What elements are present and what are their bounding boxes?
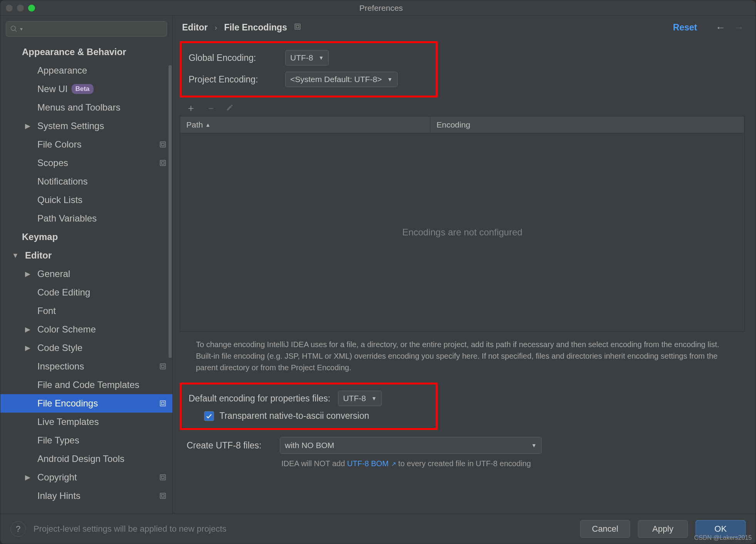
chevron-right-icon: ▶ <box>24 325 31 334</box>
search-icon <box>10 25 18 33</box>
sidebar-item-appearance[interactable]: Appearance <box>0 61 172 80</box>
svg-rect-7 <box>162 365 164 368</box>
sidebar-item-label: Appearance <box>37 65 87 76</box>
sidebar-item-general[interactable]: ▶General <box>0 265 172 283</box>
transparent-ascii-label: Transparent native-to-ascii conversion <box>219 411 369 421</box>
sidebar-item-new-ui[interactable]: New UIBeta <box>0 80 172 98</box>
remove-button[interactable]: － <box>206 101 216 115</box>
nav-back-icon[interactable]: ← <box>716 22 726 34</box>
project-encoding-value: <System Default: UTF-8> <box>290 75 382 84</box>
sidebar-item-quick-lists[interactable]: Quick Lists <box>0 191 172 209</box>
search-input[interactable]: ▾ <box>6 21 167 37</box>
svg-rect-13 <box>162 495 164 497</box>
cancel-button[interactable]: Cancel <box>580 520 630 538</box>
chevron-right-icon: ▶ <box>24 270 31 278</box>
col-encoding[interactable]: Encoding <box>430 116 744 133</box>
sidebar-item-label: Color Scheme <box>37 324 96 335</box>
create-utf8-combo[interactable]: with NO BOM ▼ <box>280 437 542 454</box>
properties-encoding-combo[interactable]: UTF-8 ▼ <box>338 391 381 406</box>
sidebar-item-label: Path Variables <box>37 213 97 224</box>
chevron-down-icon: ▼ <box>387 76 393 82</box>
sidebar: ▾ Appearance & BehaviorAppearanceNew UIB… <box>0 16 173 514</box>
svg-rect-5 <box>162 162 164 165</box>
breadcrumb: Editor › File Encodings Reset ← → <box>173 16 756 39</box>
apply-button[interactable]: Apply <box>638 520 688 538</box>
sidebar-item-label: Code Style <box>37 343 82 353</box>
sidebar-item-code-style[interactable]: ▶Code Style <box>0 339 172 357</box>
chevron-right-icon: ▶ <box>24 344 31 352</box>
create-utf8-label: Create UTF-8 files: <box>187 440 274 451</box>
footer-note: Project-level settings will be applied t… <box>33 524 226 534</box>
sidebar-item-label: Copyright <box>37 472 77 483</box>
col-path[interactable]: Path ▲ <box>180 116 430 133</box>
add-button[interactable]: ＋ <box>186 101 196 115</box>
project-scope-icon <box>159 363 166 370</box>
global-encoding-combo[interactable]: UTF-8 ▼ <box>285 50 329 65</box>
project-encoding-combo[interactable]: <System Default: UTF-8> ▼ <box>285 72 398 87</box>
svg-line-1 <box>15 30 17 32</box>
scrollbar-thumb[interactable] <box>169 65 172 358</box>
project-scope-icon <box>159 474 166 481</box>
preferences-window: Preferences ▾ Appearance & BehaviorAppea… <box>0 0 756 544</box>
svg-rect-12 <box>160 493 166 499</box>
sidebar-item-label: Notifications <box>37 176 88 187</box>
sidebar-item-file-encodings[interactable]: File Encodings <box>0 394 172 413</box>
encoding-settings-highlight: Global Encoding: UTF-8 ▼ Project Encodin… <box>180 41 438 97</box>
table-empty-text: Encodings are not configured <box>402 227 522 238</box>
help-button[interactable]: ? <box>10 521 26 537</box>
sidebar-item-menus-and-toolbars[interactable]: Menus and Toolbars <box>0 98 172 117</box>
sidebar-item-system-settings[interactable]: ▶System Settings <box>0 117 172 135</box>
sidebar-item-appearance-behavior[interactable]: Appearance & Behavior <box>0 43 172 61</box>
sidebar-item-editor[interactable]: ▼Editor <box>0 246 172 265</box>
sidebar-item-label: New UI <box>37 84 68 94</box>
project-scope-icon <box>159 492 166 499</box>
sidebar-item-copyright[interactable]: ▶Copyright <box>0 468 172 487</box>
breadcrumb-root[interactable]: Editor <box>182 22 207 33</box>
sidebar-item-path-variables[interactable]: Path Variables <box>0 209 172 228</box>
sidebar-item-label: File Colors <box>37 139 82 150</box>
project-encoding-label: Project Encoding: <box>189 74 275 85</box>
sidebar-item-scopes[interactable]: Scopes <box>0 154 172 172</box>
breadcrumb-leaf: File Encodings <box>224 22 287 33</box>
reset-button[interactable]: Reset <box>673 22 697 33</box>
sidebar-item-label: Quick Lists <box>37 195 82 205</box>
external-link-icon: ↗ <box>390 461 396 467</box>
settings-tree[interactable]: Appearance & BehaviorAppearanceNew UIBet… <box>0 40 172 514</box>
sidebar-item-font[interactable]: Font <box>0 302 172 320</box>
sidebar-item-code-editing[interactable]: Code Editing <box>0 283 172 302</box>
sidebar-item-label: File Types <box>37 435 79 446</box>
project-scope-icon <box>294 23 301 32</box>
bom-help-text: IDEA will NOT add UTF-8 BOM ↗ to every c… <box>180 454 542 469</box>
sidebar-item-inlay-hints[interactable]: Inlay Hints <box>0 487 172 505</box>
sidebar-item-file-types[interactable]: File Types <box>0 431 172 450</box>
global-encoding-value: UTF-8 <box>290 53 313 62</box>
utf8-bom-link[interactable]: UTF-8 BOM ↗ <box>347 459 396 468</box>
sidebar-item-label: Menus and Toolbars <box>37 102 120 113</box>
dialog-footer: ? Project-level settings will be applied… <box>0 514 756 544</box>
svg-rect-11 <box>162 476 164 479</box>
sidebar-item-file-and-code-templates[interactable]: File and Code Templates <box>0 376 172 394</box>
sidebar-item-live-templates[interactable]: Live Templates <box>0 413 172 431</box>
sidebar-item-label: System Settings <box>37 121 104 131</box>
sidebar-item-inspections[interactable]: Inspections <box>0 357 172 376</box>
main-panel: Editor › File Encodings Reset ← → Global… <box>173 16 756 514</box>
sidebar-item-keymap[interactable]: Keymap <box>0 228 172 246</box>
chevron-right-icon: ▶ <box>24 473 31 482</box>
sidebar-item-label: Inspections <box>37 361 84 372</box>
sidebar-item-file-colors[interactable]: File Colors <box>0 135 172 154</box>
sidebar-item-color-scheme[interactable]: ▶Color Scheme <box>0 320 172 339</box>
sidebar-item-label: Live Templates <box>37 416 99 427</box>
sidebar-item-label: Editor <box>25 250 52 261</box>
sidebar-item-label: File and Code Templates <box>37 379 139 390</box>
sidebar-item-label: Font <box>37 306 56 316</box>
create-utf8-value: with NO BOM <box>285 441 334 450</box>
sidebar-item-notifications[interactable]: Notifications <box>0 172 172 191</box>
sidebar-item-android-design-tools[interactable]: Android Design Tools <box>0 450 172 468</box>
sidebar-item-label: Code Editing <box>37 287 90 298</box>
sidebar-item-label: Android Design Tools <box>37 453 124 464</box>
edit-button[interactable] <box>226 102 234 114</box>
transparent-ascii-checkbox[interactable] <box>204 411 214 421</box>
window-title: Preferences <box>12 3 750 13</box>
svg-rect-10 <box>160 475 166 480</box>
project-scope-icon <box>159 160 166 166</box>
